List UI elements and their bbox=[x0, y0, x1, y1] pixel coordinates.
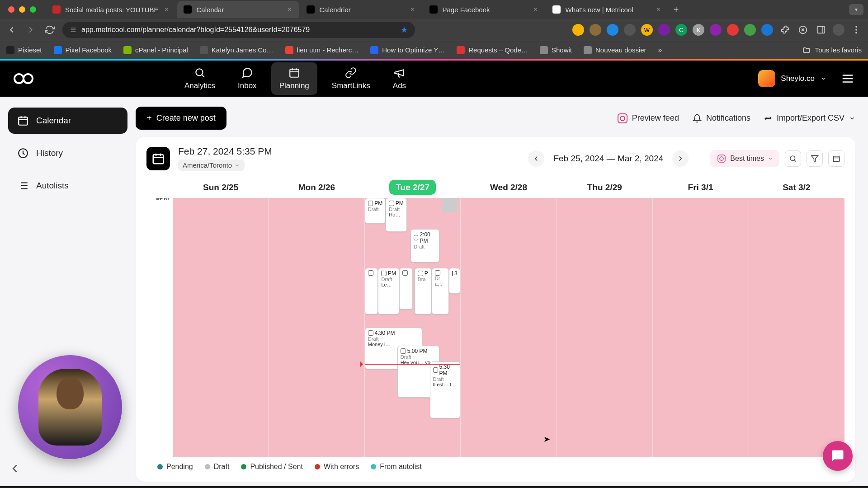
close-tab-icon[interactable]: × bbox=[532, 6, 539, 13]
bookmark-favicon bbox=[370, 46, 378, 54]
best-times-button[interactable]: Best times bbox=[710, 150, 779, 167]
user-menu[interactable]: Sheylo.co bbox=[758, 70, 826, 87]
scheduled-post[interactable]: PMDraftLe… bbox=[378, 268, 399, 314]
browser-menu-icon[interactable] bbox=[850, 23, 863, 36]
extension-icon[interactable]: K bbox=[693, 24, 704, 36]
browser-tab[interactable]: Calendar× bbox=[177, 1, 299, 18]
scheduled-post[interactable]: 3 bbox=[449, 268, 460, 294]
forward-button[interactable] bbox=[24, 23, 37, 36]
side-panel-icon[interactable] bbox=[815, 23, 827, 36]
week-grid[interactable]: PMDraft PMDraftHo… 2:00 PMDraft PMDraftL… bbox=[173, 198, 844, 457]
sidebar-item-calendar[interactable]: Calendar bbox=[8, 108, 127, 134]
extension-icon[interactable]: G bbox=[675, 24, 687, 36]
notifications-button[interactable]: Notifications bbox=[693, 113, 750, 123]
extensions-button[interactable] bbox=[778, 23, 791, 36]
scheduled-post[interactable] bbox=[365, 268, 378, 314]
filter-button[interactable] bbox=[807, 150, 823, 167]
back-button[interactable] bbox=[5, 23, 18, 36]
day-column[interactable] bbox=[557, 198, 653, 457]
extension-icon[interactable]: W bbox=[641, 24, 653, 36]
reload-button[interactable] bbox=[43, 23, 56, 36]
day-header: Wed 2/28 bbox=[461, 179, 557, 196]
extension-icon[interactable] bbox=[761, 24, 773, 36]
close-tab-icon[interactable]: × bbox=[286, 6, 293, 13]
metricool-logo[interactable] bbox=[14, 72, 36, 85]
new-tab-button[interactable]: + bbox=[669, 3, 683, 16]
browser-tab[interactable]: Page Facebook× bbox=[423, 1, 545, 18]
day-column[interactable] bbox=[749, 198, 844, 457]
day-column[interactable]: PMDraft PMDraftHo… 2:00 PMDraft PMDraftL… bbox=[365, 198, 461, 457]
search-button[interactable] bbox=[785, 150, 801, 167]
scheduled-post[interactable]: PDra bbox=[415, 268, 432, 314]
bookmarks-overflow[interactable]: » bbox=[658, 46, 662, 54]
timezone-selector[interactable]: America/Toronto bbox=[178, 160, 245, 171]
extension-icon[interactable] bbox=[607, 24, 618, 36]
nav-planning[interactable]: Planning bbox=[271, 62, 317, 95]
sidebar-item-history[interactable]: History bbox=[8, 140, 127, 166]
extension-icon[interactable] bbox=[572, 24, 584, 36]
sidebar-item-autolists[interactable]: Autolists bbox=[8, 173, 127, 199]
close-window-icon[interactable] bbox=[8, 6, 14, 13]
extension-icon[interactable] bbox=[590, 24, 601, 36]
nav-ads[interactable]: Ads bbox=[385, 62, 414, 95]
maximize-window-icon[interactable] bbox=[30, 6, 36, 13]
bookmark-item[interactable]: How to Optimize Y… bbox=[370, 46, 445, 54]
extension-icon[interactable] bbox=[710, 24, 722, 36]
day-column[interactable] bbox=[173, 198, 269, 457]
post-thumbnail[interactable] bbox=[442, 198, 458, 212]
extension-icon[interactable] bbox=[727, 24, 739, 36]
url-field[interactable]: ★ bbox=[62, 22, 415, 38]
app-menu-button[interactable] bbox=[841, 72, 854, 85]
close-tab-icon[interactable]: × bbox=[163, 6, 170, 13]
reading-list-icon[interactable] bbox=[797, 23, 809, 36]
svg-point-6 bbox=[24, 74, 33, 83]
day-column[interactable] bbox=[269, 198, 364, 457]
chat-button[interactable] bbox=[823, 441, 853, 471]
next-week-button[interactable] bbox=[672, 150, 689, 167]
favicon bbox=[52, 5, 61, 14]
day-column[interactable] bbox=[461, 198, 557, 457]
scheduled-post[interactable]: PMDraft bbox=[365, 198, 386, 224]
bookmark-item[interactable]: Nouveau dossier bbox=[584, 46, 646, 54]
close-tab-icon[interactable]: × bbox=[655, 6, 662, 13]
scheduled-post[interactable] bbox=[399, 268, 413, 310]
date-range-nav: Feb 25, 2024 — Mar 2, 2024 bbox=[528, 150, 689, 167]
extension-icon[interactable] bbox=[658, 24, 670, 36]
scheduled-post[interactable]: Dra… bbox=[432, 268, 449, 314]
bookmark-item[interactable]: Pixieset bbox=[6, 46, 42, 54]
scheduled-post[interactable]: 5:30 PMDraftIl est… temps bbox=[430, 361, 461, 418]
nav-inbox[interactable]: Inbox bbox=[230, 62, 265, 95]
extension-icon[interactable] bbox=[744, 24, 756, 36]
bookmark-item[interactable]: lien utm - Recherc… bbox=[285, 46, 359, 54]
bookmark-item[interactable]: Katelyn James Co… bbox=[200, 46, 274, 54]
create-post-button[interactable]: + Create new post bbox=[136, 107, 226, 130]
collapse-sidebar-button[interactable] bbox=[8, 462, 22, 475]
close-tab-icon[interactable]: × bbox=[409, 6, 416, 13]
bookmark-item[interactable]: Pixel Facebook bbox=[54, 46, 112, 54]
all-bookmarks-button[interactable]: Tous les favoris bbox=[802, 46, 862, 54]
view-toggle-button[interactable] bbox=[828, 150, 844, 167]
url-input[interactable] bbox=[81, 26, 396, 34]
browser-tab[interactable]: Social media posts: YOUTUBE× bbox=[46, 1, 176, 18]
profile-avatar[interactable] bbox=[833, 24, 844, 36]
bookmark-item[interactable]: cPanel - Principal bbox=[123, 46, 188, 54]
scheduled-post[interactable]: 2:00 PMDraft bbox=[410, 229, 439, 263]
prev-week-button[interactable] bbox=[528, 150, 544, 167]
bookmark-item[interactable]: Requests – Qode… bbox=[457, 46, 528, 54]
tab-overflow-button[interactable]: ▾ bbox=[849, 4, 863, 15]
bookmark-item[interactable]: Showit bbox=[540, 46, 572, 54]
bookmark-star-icon[interactable]: ★ bbox=[401, 25, 408, 35]
video-pip[interactable] bbox=[18, 355, 122, 459]
extension-icon[interactable] bbox=[624, 24, 636, 36]
day-column[interactable] bbox=[653, 198, 749, 457]
nav-smartlinks[interactable]: SmartLinks bbox=[324, 62, 378, 95]
scheduled-post[interactable]: PMDraftHo… bbox=[386, 198, 407, 232]
browser-tab[interactable]: Calendrier× bbox=[300, 1, 422, 18]
browser-tab[interactable]: What's new | Metricool× bbox=[546, 1, 668, 18]
calendar-tools: Best times bbox=[710, 150, 844, 167]
import-export-button[interactable]: Import/Export CSV bbox=[764, 113, 855, 123]
nav-analytics[interactable]: Analytics bbox=[176, 62, 223, 95]
minimize-window-icon[interactable] bbox=[19, 6, 25, 13]
site-info-icon[interactable] bbox=[70, 26, 77, 33]
preview-feed-button[interactable]: Preview feed bbox=[618, 113, 679, 123]
